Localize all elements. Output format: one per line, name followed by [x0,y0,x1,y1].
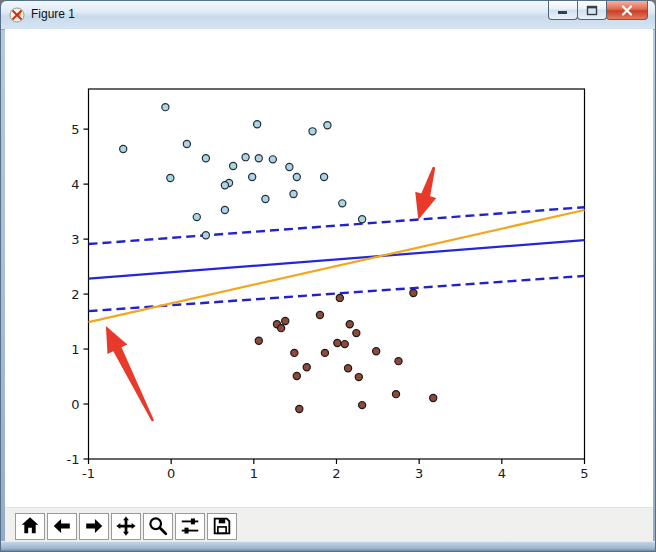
cluster-upper-point [249,173,256,180]
save-icon [211,515,233,537]
y-tick-label: 0 [71,397,79,412]
cluster-lower-point [344,365,351,372]
window-title: Figure 1 [31,1,75,29]
cluster-upper-point [242,154,249,161]
toolbar-forward-button[interactable] [79,513,109,540]
x-tick-label: 4 [498,466,506,481]
cluster-upper-point [359,216,366,223]
cluster-lower-point [296,405,303,412]
cluster-upper-point [290,190,297,197]
cluster-lower-point [353,330,360,337]
forward-icon [83,515,105,537]
cluster-lower-point [430,394,437,401]
x-tick-label: 5 [580,466,588,481]
cluster-lower-point [336,294,343,301]
navigation-toolbar [5,507,653,544]
cluster-upper-point [202,232,209,239]
cluster-upper-point [293,173,300,180]
minimize-button[interactable] [548,1,578,20]
cluster-lower-point [316,311,323,318]
x-tick-label: 2 [332,466,340,481]
x-tick-label: 0 [167,466,175,481]
cluster-lower-point [293,372,300,379]
figure-canvas[interactable]: -1012345-1012345 [5,29,653,507]
cluster-upper-point [321,173,328,180]
cluster-upper-point [309,128,316,135]
toolbar-home-button[interactable] [15,513,45,540]
y-tick-label: 4 [71,177,79,192]
x-tick-label: -1 [82,466,95,481]
x-tick-label: 1 [250,466,258,481]
cluster-upper-point [255,155,262,162]
cluster-upper-point [221,206,228,213]
cluster-upper-point [324,122,331,129]
y-tick-label: -1 [67,452,80,467]
matplotlib-logo-icon [9,7,25,23]
cluster-lower-point [321,349,328,356]
cluster-upper-point [286,163,293,170]
maximize-icon [586,5,598,16]
y-tick-label: 3 [71,232,79,247]
toolbar-configure-subplots-button[interactable] [175,513,205,540]
cluster-upper-point [339,200,346,207]
cluster-upper-point [262,195,269,202]
cluster-lower-point [303,364,310,371]
close-button[interactable] [606,1,648,20]
close-icon [620,5,634,16]
cluster-lower-point [341,340,348,347]
cluster-lower-point [278,325,285,332]
minimize-icon [557,5,569,15]
cluster-lower-point [359,402,366,409]
cluster-upper-point [183,140,190,147]
toolbar-pan-button[interactable] [111,513,141,540]
cluster-lower-point [395,358,402,365]
cluster-upper-point [230,162,237,169]
y-tick-label: 2 [71,287,79,302]
y-tick-label: 1 [71,342,79,357]
home-icon [19,515,41,537]
title-bar[interactable]: Figure 1 [1,1,655,30]
x-tick-label: 3 [415,466,423,481]
pan-icon [115,515,137,537]
cluster-upper-point [269,156,276,163]
cluster-lower-point [291,349,298,356]
cluster-upper-point [202,155,209,162]
window-bottom-border [1,541,655,551]
back-icon [51,515,73,537]
toolbar-save-button[interactable] [207,513,237,540]
cluster-upper-point [167,174,174,181]
cluster-upper-point [120,145,127,152]
cluster-upper-point [162,104,169,111]
zoom-icon [147,515,169,537]
y-tick-label: 5 [71,122,79,137]
cluster-upper-point [193,213,200,220]
cluster-lower-point [392,391,399,398]
cluster-upper-point [221,182,228,189]
figure-window: Figure 1 [0,0,656,552]
cluster-lower-point [355,373,362,380]
cluster-lower-point [334,339,341,346]
toolbar-zoom-button[interactable] [143,513,173,540]
configure-subplots-icon [179,515,201,537]
cluster-lower-point [373,348,380,355]
cluster-lower-point [255,337,262,344]
window-controls [549,1,648,20]
cluster-lower-point [282,317,289,324]
plot-svg[interactable]: -1012345-1012345 [5,29,653,507]
maximize-button[interactable] [577,1,607,20]
toolbar-back-button[interactable] [47,513,77,540]
cluster-upper-point [254,121,261,128]
cluster-lower-point [346,321,353,328]
cluster-lower-point [410,289,417,296]
